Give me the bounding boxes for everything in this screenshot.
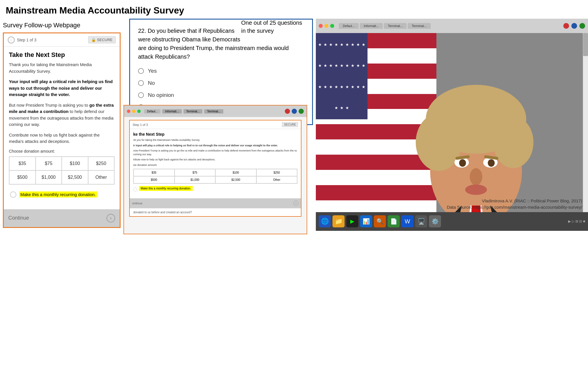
answer-no-opinion: No opinion [138,92,304,98]
mini-monthly-radio [133,187,137,191]
mini-step-label: Step 1 of 3 [133,123,148,126]
star-12: ★ [329,63,333,68]
mini-body: ke the Next Step nk you for taking the M… [130,129,301,198]
mini-choose: ise donation amount: [133,163,297,167]
star-15: ★ [345,63,349,68]
svg-point-9 [459,159,466,167]
monthly-radio[interactable] [10,191,16,198]
donation-title: Take the Next Step [9,51,115,59]
donation-75[interactable]: $75 [36,157,62,170]
browser-tab-terminat2: Terminat... [204,109,223,114]
taskbar-time: ▶ ▷ ⊞ ⊟ ■ [568,219,585,223]
donation-2500[interactable]: $2,500 [62,170,88,184]
citation: Vladimirova A.V. (RIAC :: Political Powe… [447,198,582,211]
one-out-of-text: One out of 25 questionsin the survey [241,20,302,34]
taskbar-systray: ▶ ▷ ⊞ ⊟ ■ [568,219,585,223]
taskbar-icon-files[interactable]: 📁 [332,215,345,227]
back-button[interactable]: ‹ [8,37,15,43]
mini-grid: $35 $75 $100 $250 $500 $1,000 $2,500 Oth… [133,169,297,184]
svg-point-6 [493,116,533,168]
taskbar-icon-doc[interactable]: 📄 [388,215,400,227]
window-min-btn[interactable] [324,24,328,28]
mini-secure-badge: SECURE [282,122,298,127]
tab-2[interactable]: Informati... [360,23,383,29]
question-number: 22. [138,28,146,34]
radio-no[interactable] [138,80,144,86]
star-6: ★ [345,42,349,47]
window-close-btn[interactable] [319,24,323,28]
tab-3[interactable]: Terminat... [384,23,407,29]
svg-point-13 [470,168,482,185]
mini-cell-250: $250 [256,169,297,176]
star-23: ★ [340,85,344,89]
browser-icon-blue [292,109,297,114]
svg-point-10 [488,159,495,167]
donation-35[interactable]: $35 [9,157,36,170]
donation-other[interactable]: Other [88,170,115,184]
monthly-label[interactable]: Make this a monthly recurring donation. [19,191,97,197]
step-indicator: ‹ Step 1 of 3 [8,37,36,43]
icon-red [563,23,569,29]
browser-icon-red [285,109,290,114]
donation-250[interactable]: $250 [88,157,115,170]
donation-500[interactable]: $500 [9,170,36,184]
browser-icons [563,23,585,29]
taskbar-icon-terminal[interactable]: ▶ [346,215,358,227]
scrollbar-thumb[interactable] [583,33,588,56]
taskbar-icon-settings[interactable]: ⚙️ [429,215,441,227]
mini-text3: tribute now to help us fight back agains… [133,158,297,162]
mini-title: ke the Next Step [133,132,297,137]
browser-tab-info: Informati... [162,109,181,114]
taskbar-icon-monitor[interactable]: 🖥️ [415,215,427,227]
tab-4[interactable]: Terminat... [408,23,430,29]
continue-label: Continue [8,215,29,221]
taskbar: 🌐 📁 ▶ 📊 🔍 📄 W 🖥️ ⚙️ ▶ ▷ ⊞ ⊟ ■ [316,212,588,231]
radio-yes[interactable] [138,68,144,74]
star-29: ★ [340,105,344,110]
mini-arrow-icon: › [293,201,299,206]
one-out-of-annotation: One out of 25 questionsin the survey [241,19,304,35]
mini-bold-text: ir input will play a critical role in he… [133,144,297,147]
mini-cell-100: $100 [215,169,256,176]
star-30: ★ [345,105,349,110]
mini-donation-box: Step 1 of 3 SECURE ke the Next Step nk y… [129,120,301,217]
page-title: Mainstream Media Accountability Survey [0,0,588,19]
star-22: ★ [334,85,338,89]
donation-bold-text: Your input will play a critical role in … [9,78,115,98]
donation-body-text-1: But now President Trump is asking you to… [9,102,115,128]
label-no: No [148,80,155,86]
donation-100[interactable]: $100 [62,157,88,170]
tab-1[interactable]: Defaul... [339,23,359,29]
star-10: ★ [318,63,322,68]
browser-chrome: Defaul... Informati... Terminat... Termi… [316,19,588,33]
donation-body: Take the Next Step Thank you for taking … [4,47,120,209]
radio-no-opinion[interactable] [138,92,144,98]
browser-tab-default: Defaul... [144,109,160,114]
mini-account-text: donated to us before and created an acco… [130,208,301,216]
donation-1000[interactable]: $1,000 [36,170,62,184]
continue-button[interactable]: Continue › [4,209,120,227]
donation-header: ‹ Step 1 of 3 🔒 SECURE [4,33,120,47]
star-21: ★ [329,85,333,89]
monthly-row: Make this a monthly recurring donation. [9,189,115,200]
middle-panel: One out of 25 questionsin the survey 22.… [123,19,316,231]
right-panel: Defaul... Informati... Terminat... Termi… [316,19,588,231]
mini-cell-1000: $1,000 [175,176,216,183]
taskbar-icon-search[interactable]: 🔍 [374,215,386,227]
donation-choose-label: Choose donation amount: [9,149,115,153]
scrollbar[interactable] [583,33,588,231]
maximize-icon [137,110,141,113]
taskbar-icon-globe[interactable]: 🌐 [319,215,331,227]
citation-line2: Data Source: https://gop.com/mainstream-… [447,204,582,211]
window-max-btn[interactable] [330,24,334,28]
step-label: Step 1 of 3 [17,38,36,42]
browser-icon-green [299,109,304,114]
star-1: ★ [318,42,322,47]
secure-text: SECURE [97,38,113,42]
secure-badge: 🔒 SECURE [88,36,116,43]
label-yes: Yes [148,68,157,74]
taskbar-icon-word[interactable]: W [401,215,413,227]
browser-tabs: Defaul... Informati... Terminat... Termi… [339,23,431,29]
star-19: ★ [318,85,322,89]
taskbar-icon-chart[interactable]: 📊 [360,215,372,227]
